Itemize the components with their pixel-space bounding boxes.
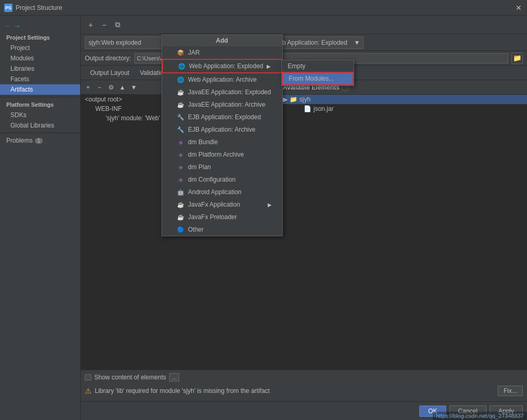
artifact-up-button[interactable]: ▲ (117, 82, 128, 93)
output-label: Output directory: (85, 55, 131, 62)
main-toolbar: + − ⧉ (81, 16, 527, 34)
browse-folder-button[interactable]: 📁 (511, 53, 523, 64)
javafx-submenu-arrow-icon: ▶ (268, 202, 272, 208)
dropdown-item-ejb-archive[interactable]: 🔧 EJB Application: Archive (162, 123, 282, 136)
sidebar-item-modules[interactable]: Modules (0, 53, 80, 63)
sidebar: ← → Project Settings Project Modules Lib… (0, 16, 81, 420)
copy-artifact-button[interactable]: ⧉ (112, 19, 123, 31)
forward-arrow[interactable]: → (14, 22, 21, 30)
sidebar-divider-2 (0, 133, 80, 133)
dropdown-item-label: JavaEE Application: Exploded (188, 88, 271, 96)
web-archive-icon: 🌐 (177, 75, 185, 84)
back-arrow[interactable]: ← (4, 22, 11, 30)
dropdown-item-javaee-exploded[interactable]: ☕ JavaEE Application: Exploded (162, 86, 282, 98)
artifact-config-button[interactable]: ⚙ (106, 82, 116, 93)
submenu-item-from-modules[interactable]: From Modules... (282, 72, 354, 85)
javaee-archive-icon: ☕ (177, 100, 185, 109)
fix-button[interactable]: Fix... (498, 386, 523, 396)
dropdown-item-javafx-app[interactable]: ☕ JavaFx Application ▶ (162, 198, 282, 211)
window-title: Project Structure (16, 4, 515, 11)
artifact-remove-button[interactable]: − (94, 82, 105, 93)
elements-item-label: json.jar (313, 105, 334, 112)
dropdown-item-dm-bundle[interactable]: ◈ dm Bundle (162, 136, 282, 148)
dm-platform-icon: ◈ (177, 150, 185, 159)
dropdown-item-label: dm Platform Archive (188, 151, 244, 158)
elements-tree: ▶ 📁 sjyh 📄 json.jar (279, 95, 527, 370)
dropdown-item-label: Other (188, 226, 204, 233)
dropdown-item-jar[interactable]: 📦 JAR (162, 46, 282, 59)
add-dropdown-menu: Add 📦 JAR 🌐 Web Application: Exploded ▶ … (161, 34, 283, 236)
type-value: Web Application: Exploded (273, 39, 347, 46)
dm-bundle-icon: ◈ (177, 138, 185, 146)
warning-row: ⚠ Library 'lib' required for module 'sjy… (85, 384, 523, 398)
problems-label: Problems (6, 137, 33, 144)
sidebar-item-project[interactable]: Project (0, 43, 80, 53)
web-exploded-submenu: Empty From Modules... (281, 60, 354, 86)
dropdown-item-other[interactable]: 🔵 Other (162, 223, 282, 236)
warning-icon: ⚠ (85, 387, 92, 395)
add-artifact-button[interactable]: + (85, 19, 96, 31)
project-settings-label: Project Settings (0, 32, 80, 43)
dropdown-item-label: JavaFx Application (188, 201, 240, 208)
dropdown-item-label: EJB Application: Archive (188, 126, 255, 133)
sidebar-problems[interactable]: Problems 1 (0, 135, 80, 146)
javafx-app-icon: ☕ (177, 200, 185, 209)
ejb-exploded-icon: 🔧 (177, 113, 185, 121)
sidebar-item-global-libs[interactable]: Global Libraries (0, 120, 80, 131)
web-icon: 🌐 (178, 62, 186, 70)
dropdown-item-web-exploded[interactable]: 🌐 Web Application: Exploded ▶ Empty From… (162, 59, 282, 73)
artifact-down-button[interactable]: ▼ (129, 82, 139, 93)
dropdown-item-label: Web Application: Archive (188, 76, 257, 83)
dropdown-item-label: JavaEE Application: Archive (188, 101, 266, 108)
app-icon: PS (4, 4, 12, 12)
dropdown-item-web-archive[interactable]: 🌐 Web Application: Archive (162, 73, 282, 86)
dropdown-item-ejb-exploded[interactable]: 🔧 EJB Application: Exploded (162, 111, 282, 123)
jar-icon: 📦 (177, 48, 185, 57)
title-bar: PS Project Structure ✕ (0, 0, 527, 16)
dropdown-item-label: Android Application (188, 188, 242, 196)
elements-item-jsonjar[interactable]: 📄 json.jar (279, 104, 527, 113)
split-content: + − ⚙ ▲ ▼ <output root> WEB-INF (81, 80, 527, 370)
platform-settings-label: Platform Settings (0, 99, 80, 110)
dropdown-item-dm-platform[interactable]: ◈ dm Platform Archive (162, 148, 282, 161)
ellipsis-button[interactable]: ... (169, 373, 179, 381)
dropdown-arrow-icon: ▼ (354, 39, 360, 46)
ejb-archive-icon: 🔧 (177, 125, 185, 134)
dropdown-item-android[interactable]: 🤖 Android Application (162, 186, 282, 198)
nav-arrows: ← → (0, 20, 80, 32)
submenu-item-empty[interactable]: Empty (282, 60, 354, 72)
submenu-arrow-icon: ▶ (267, 63, 271, 69)
tab-output-layout[interactable]: Output Layout (85, 67, 134, 80)
show-content-label: Show content of elements (94, 374, 166, 381)
javafx-preloader-icon: ☕ (177, 213, 185, 221)
dropdown-item-label: EJB Application: Exploded (188, 113, 261, 121)
dropdown-header: Add (162, 35, 282, 46)
remove-artifact-button[interactable]: − (98, 19, 110, 31)
dropdown-item-dm-plan[interactable]: ◈ dm Plan (162, 161, 282, 173)
folder-icon: 📁 (290, 96, 297, 103)
close-button[interactable]: ✕ (515, 4, 523, 12)
dropdown-item-label: dm Configuration (188, 176, 235, 183)
sidebar-item-facets[interactable]: Facets (0, 74, 80, 84)
dropdown-item-javaee-archive[interactable]: ☕ JavaEE Application: Archive (162, 98, 282, 111)
sidebar-divider (0, 97, 80, 97)
tree-item-label: WEB-INF (95, 105, 122, 112)
bottom-area: Show content of elements ... ⚠ Library '… (81, 370, 527, 401)
show-content-checkbox[interactable] (85, 374, 91, 380)
warning-text: Library 'lib' required for module 'sjyh'… (95, 387, 495, 394)
dropdown-item-label: JavaFx Preloader (188, 213, 237, 221)
dropdown-item-javafx-preloader[interactable]: ☕ JavaFx Preloader (162, 211, 282, 223)
elements-item-sjyh[interactable]: ▶ 📁 sjyh (279, 95, 527, 104)
website-hint: https://blog.csdn.net/qq_27348837 (433, 412, 527, 420)
dropdown-item-label: Web Application: Exploded (189, 62, 264, 70)
dropdown-item-label: dm Bundle (188, 138, 218, 146)
sidebar-item-sdks[interactable]: SDKs (0, 110, 80, 120)
problems-badge: 1 (35, 138, 43, 144)
show-content-row: Show content of elements ... (85, 373, 523, 381)
artifact-name-bar: Type: 🌐 Web Application: Exploded ▼ (81, 34, 527, 51)
sidebar-item-artifacts[interactable]: Artifacts (0, 84, 80, 95)
dropdown-item-dm-config[interactable]: ◈ dm Configuration (162, 173, 282, 186)
sidebar-item-libraries[interactable]: Libraries (0, 63, 80, 74)
tree-item-label: <output root> (85, 96, 122, 103)
artifact-add-button[interactable]: + (83, 82, 93, 93)
